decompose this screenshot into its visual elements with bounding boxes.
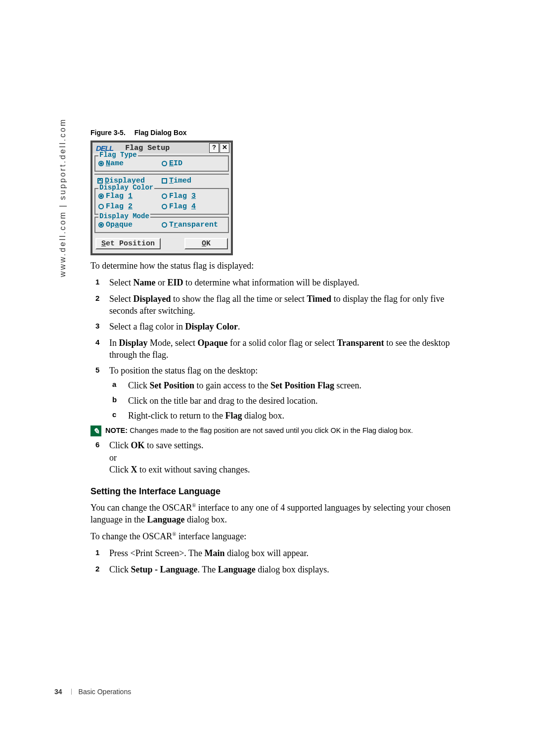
radio-flag3[interactable]: Flag 3 — [162, 192, 225, 200]
footer-divider — [71, 689, 72, 695]
radio-icon — [162, 161, 167, 166]
step-5a: a Click Set Position to gain access to t… — [109, 379, 451, 391]
section2-p1: You can change the OSCAR® interface to a… — [90, 502, 451, 525]
flag-setup-dialog: DELL Flag Setup ? ✕ Flag Type Name — [90, 141, 233, 255]
step-2: Select Displayed to show the flag all th… — [90, 293, 451, 317]
step-3: Select a flag color in Display Color. — [90, 321, 451, 332]
radio-icon — [98, 204, 104, 209]
s2-step-1: Press <Print Screen>. The Main dialog bo… — [90, 547, 451, 559]
close-icon[interactable]: ✕ — [220, 143, 229, 153]
check-timed[interactable]: Timed — [162, 177, 226, 185]
set-position-button[interactable]: Set Position — [95, 238, 161, 249]
display-mode-legend: Display Mode — [98, 212, 150, 220]
display-mode-group: Display Mode Opaque Transparent — [94, 217, 229, 233]
radio-flag1[interactable]: Flag 1 — [98, 192, 162, 200]
page-number: 34 — [54, 688, 62, 696]
figure-number: Figure 3-5. — [90, 129, 126, 137]
section2-p2: To change the OSCAR® interface language: — [90, 530, 451, 542]
sidebar-url: www.dell.com | support.dell.com — [58, 118, 67, 277]
checkbox-icon — [162, 178, 167, 184]
radio-flag2[interactable]: Flag 2 — [98, 202, 162, 211]
display-color-legend: Display Color — [98, 184, 154, 191]
figure-title: Flag Dialog Box — [134, 129, 187, 137]
radio-transparent[interactable]: Transparent — [162, 221, 225, 229]
radio-icon — [162, 193, 167, 199]
radio-eid[interactable]: EID — [162, 159, 225, 168]
note-icon: ✎ — [90, 425, 101, 436]
flag-type-group: Flag Type Name EID — [94, 155, 229, 172]
step-5: To position the status flag on the deskt… — [90, 365, 451, 422]
intro-text: To determine how the status flag is disp… — [90, 260, 451, 272]
radio-opaque[interactable]: Opaque — [98, 221, 162, 229]
page-footer: 34 Basic Operations — [54, 688, 131, 696]
radio-icon — [98, 161, 104, 166]
step-6: Click OK to save settings. or Click X to… — [90, 439, 451, 475]
checkbox-icon — [97, 178, 103, 184]
radio-name[interactable]: Name — [98, 159, 162, 168]
radio-icon — [98, 222, 104, 228]
radio-icon — [162, 204, 167, 209]
s2-step-2: Click Setup - Language. The Language dia… — [90, 564, 451, 575]
radio-icon — [98, 193, 104, 199]
section-heading: Setting the Interface Language — [90, 486, 451, 497]
display-color-group: Display Color Flag 1 Flag 3 — [94, 188, 229, 215]
help-icon[interactable]: ? — [209, 143, 219, 153]
step-4: In Display Mode, select Opaque for a sol… — [90, 337, 451, 361]
ok-button[interactable]: OK — [184, 238, 228, 249]
note-lead: NOTE: — [105, 426, 128, 434]
radio-icon — [162, 222, 167, 228]
step-5c: c Right-click to return to the Flag dial… — [109, 410, 451, 422]
main-content: Figure 3-5. Flag Dialog Box DELL Flag Se… — [90, 129, 451, 579]
flag-type-legend: Flag Type — [98, 151, 138, 159]
figure-caption: Figure 3-5. Flag Dialog Box — [90, 129, 451, 137]
footer-section: Basic Operations — [79, 688, 132, 696]
section2-steps: Press <Print Screen>. The Main dialog bo… — [90, 547, 451, 575]
step-5b: b Click on the title bar and drag to the… — [109, 395, 451, 407]
radio-flag4[interactable]: Flag 4 — [162, 202, 225, 211]
steps-list: Select Name or EID to determine what inf… — [90, 277, 451, 422]
note-block: ✎ NOTE: Changes made to the flag positio… — [90, 425, 451, 436]
step-1: Select Name or EID to determine what inf… — [90, 277, 451, 288]
